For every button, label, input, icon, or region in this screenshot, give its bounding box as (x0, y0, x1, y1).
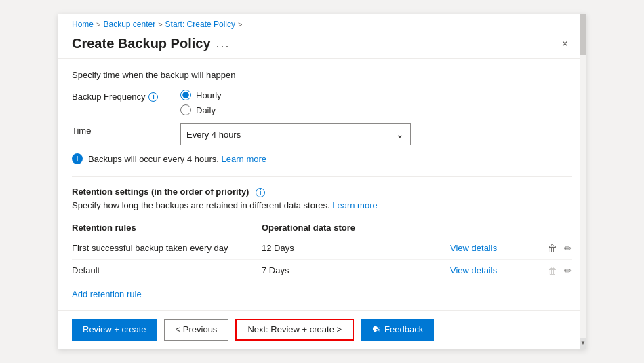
radio-input-hourly[interactable] (180, 90, 191, 100)
info-banner-text: Backups will occur every 4 hours. Learn … (88, 154, 266, 164)
backup-frequency-row: Backup Frequency i Hourly Daily (72, 90, 572, 115)
row2-rule: Default (72, 265, 262, 275)
page-title: Create Backup Policy (72, 36, 211, 52)
row2-view-details: View details (450, 265, 531, 275)
radio-hourly[interactable]: Hourly (180, 90, 222, 100)
scrollbar-track: ▲ ▼ (580, 14, 586, 349)
previous-button[interactable]: < Previous (164, 319, 229, 341)
backup-learn-more-link[interactable]: Learn more (222, 154, 266, 164)
row2-delete-icon: 🗑 (548, 265, 557, 276)
info-circle-icon: i (72, 153, 83, 164)
row1-datastore: 12 Days (262, 243, 450, 253)
breadcrumb: Home > Backup center > Start: Create Pol… (58, 14, 586, 32)
feedback-label: Feedback (384, 324, 423, 335)
retention-subtitle: Specify how long the backups are retaine… (72, 200, 572, 210)
feedback-button[interactable]: 🗣 Feedback (361, 319, 434, 341)
row2-actions: 🗑 ✏ (531, 265, 572, 276)
info-banner: i Backups will occur every 4 hours. Lear… (72, 153, 572, 164)
col-header-rules: Retention rules (72, 223, 262, 233)
row1-view-details: View details (450, 243, 531, 253)
row1-delete-icon[interactable]: 🗑 (548, 243, 557, 254)
radio-daily[interactable]: Daily (180, 104, 222, 115)
next-button[interactable]: Next: Review + create > (235, 319, 354, 341)
retention-section: Retention settings (in the order of prio… (72, 187, 572, 299)
scrollbar-down-arrow[interactable]: ▼ (580, 338, 586, 349)
row1-edit-icon[interactable]: ✏ (564, 243, 572, 254)
add-retention-rule-link[interactable]: Add retention rule (72, 289, 142, 299)
time-row: Time Every 1 hour Every 2 hours Every 4 … (72, 123, 572, 145)
section-label-schedule: Specify time when the backup will happen (72, 70, 572, 80)
radio-input-daily[interactable] (180, 104, 191, 115)
row1-actions: 🗑 ✏ (531, 243, 572, 254)
scrollbar-thumb[interactable] (580, 14, 586, 55)
frequency-radio-group: Hourly Daily (180, 90, 222, 115)
retention-info-icon[interactable]: i (256, 188, 265, 197)
time-select-wrapper: Every 1 hour Every 2 hours Every 4 hours… (180, 123, 411, 145)
time-label: Time (72, 123, 180, 136)
table-row: Default 7 Days View details 🗑 ✏ (72, 260, 572, 282)
row2-edit-icon[interactable]: ✏ (564, 265, 572, 276)
retention-table-header: Retention rules Operational data store (72, 218, 572, 237)
row2-datastore: 7 Days (262, 265, 450, 275)
panel-footer: Review + create < Previous Next: Review … (58, 310, 586, 349)
backup-frequency-label: Backup Frequency i (72, 90, 180, 102)
feedback-icon: 🗣 (371, 324, 380, 335)
breadcrumb-sep1: > (96, 20, 100, 28)
breadcrumb-sep3: > (238, 20, 242, 28)
row2-view-details-link[interactable]: View details (450, 265, 497, 275)
panel-header: Create Backup Policy ... × (58, 32, 586, 59)
review-create-button[interactable]: Review + create (72, 319, 157, 341)
breadcrumb-backup-center[interactable]: Backup center (103, 20, 155, 29)
breadcrumb-home[interactable]: Home (72, 20, 94, 29)
breadcrumb-sep2: > (158, 20, 162, 28)
table-row: First successful backup taken every day … (72, 237, 572, 260)
retention-title: Retention settings (in the order of prio… (72, 187, 572, 197)
section-divider (72, 176, 572, 177)
panel-menu-dots[interactable]: ... (216, 37, 230, 51)
close-button[interactable]: × (558, 37, 572, 52)
frequency-info-icon[interactable]: i (148, 92, 158, 102)
breadcrumb-start-create[interactable]: Start: Create Policy (165, 20, 235, 29)
col-header-datastore: Operational data store (262, 223, 450, 233)
panel-body: Specify time when the backup will happen… (58, 59, 586, 310)
time-select[interactable]: Every 1 hour Every 2 hours Every 4 hours… (180, 123, 411, 145)
row1-rule: First successful backup taken every day (72, 243, 262, 253)
retention-learn-more-link[interactable]: Learn more (332, 200, 377, 210)
row1-view-details-link[interactable]: View details (450, 243, 497, 253)
